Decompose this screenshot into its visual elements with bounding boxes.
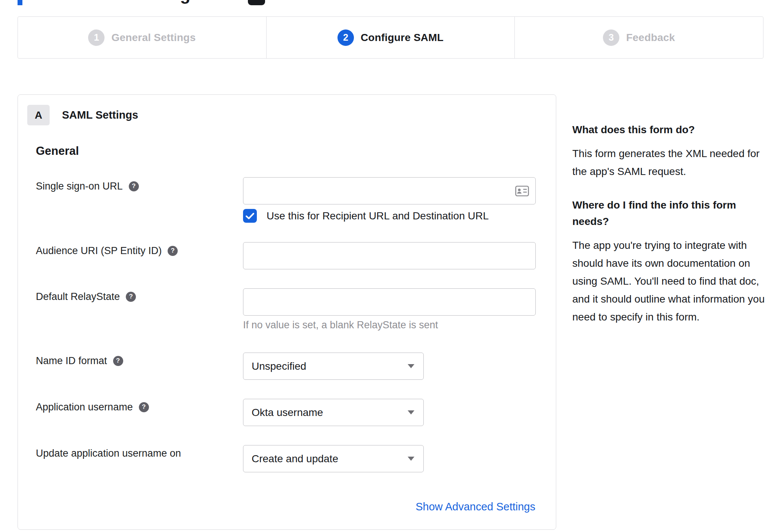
step-label: General Settings [111,32,196,44]
step-number-badge: 2 [337,29,354,46]
checkmark-icon [245,212,255,220]
chevron-down-icon [408,410,414,414]
section-title: SAML Settings [62,109,138,121]
sso-url-label-text: Single sign-on URL [36,181,123,192]
name-id-format-select[interactable]: Unspecified [243,353,424,380]
update-username-value: Create and update [252,453,338,465]
step-number-badge: 1 [88,29,105,46]
general-heading: General [36,144,79,158]
help-question-1-body: This form generates the XML needed for t… [572,145,766,181]
chevron-down-icon [408,364,414,368]
recipient-destination-checkbox[interactable] [243,209,257,223]
name-id-format-value: Unspecified [252,360,306,372]
title-icon [248,0,265,5]
help-icon[interactable]: ? [129,181,139,191]
relay-state-label: Default RelayState ? [36,290,136,303]
help-question-1-title: What does this form do? [572,122,766,138]
name-id-format-label: Name ID format ? [36,354,123,367]
autofill-contact-icon[interactable] [515,185,529,196]
help-icon[interactable]: ? [126,292,136,302]
application-username-select[interactable]: Okta username [243,399,424,426]
help-question-2-title: Where do I find the info this form needs… [572,197,766,230]
title-accent-bar [18,0,22,5]
sso-url-label: Single sign-on URL ? [36,180,139,193]
step-number-badge: 3 [603,29,619,46]
update-username-label-text: Update application username on [36,448,181,459]
audience-uri-label-text: Audience URI (SP Entity ID) [36,245,162,257]
recipient-destination-row: Use this for Recipient URL and Destinati… [243,209,489,223]
sso-url-input[interactable] [243,177,536,204]
chevron-down-icon [408,457,414,461]
step-label: Feedback [626,32,675,44]
audience-uri-input-wrap [243,242,536,269]
help-icon[interactable]: ? [139,402,149,412]
audience-uri-label: Audience URI (SP Entity ID) ? [36,244,178,257]
page-title: Create SAML Integration [38,0,238,5]
help-panel: What does this form do? This form genera… [572,122,766,342]
update-username-select[interactable]: Create and update [243,445,424,472]
step-configure-saml[interactable]: 2 Configure SAML [266,17,515,58]
relay-state-input-wrap [243,288,536,316]
page-title-clipped: Create SAML Integration [0,0,781,6]
application-username-label-text: Application username [36,401,133,413]
sso-url-input-wrap [243,177,536,204]
help-icon[interactable]: ? [113,356,123,366]
relay-state-hint: If no value is set, a blank RelayState i… [243,319,438,331]
section-badge-a: A [27,105,50,125]
configure-saml-page: Create SAML Integration 1 General Settin… [0,0,781,532]
show-advanced-settings-link[interactable]: Show Advanced Settings [416,501,535,513]
recipient-destination-checkbox-label[interactable]: Use this for Recipient URL and Destinati… [267,210,489,222]
saml-settings-panel: A SAML Settings General Single sign-on U… [18,94,556,530]
step-label: Configure SAML [361,32,444,44]
audience-uri-input[interactable] [243,242,536,269]
application-username-value: Okta username [252,407,323,419]
help-question-2-body: The app you're trying to integrate with … [572,237,766,326]
relay-state-label-text: Default RelayState [36,291,120,303]
step-general-settings[interactable]: 1 General Settings [18,17,266,58]
help-icon[interactable]: ? [168,246,178,256]
update-username-label: Update application username on [36,447,181,460]
name-id-format-label-text: Name ID format [36,355,107,367]
wizard-stepper: 1 General Settings 2 Configure SAML 3 Fe… [18,16,763,59]
application-username-label: Application username ? [36,401,149,413]
relay-state-input[interactable] [243,288,536,316]
step-feedback: 3 Feedback [514,17,763,58]
